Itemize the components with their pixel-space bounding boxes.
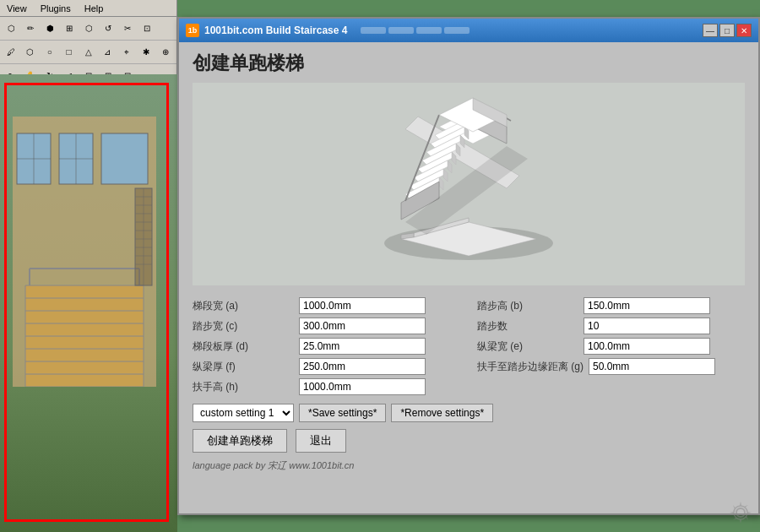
label-e: 纵梁宽 (e) [477,339,578,354]
form-grid: 梯段宽 (a) 踏步宽 (c) 梯段板厚 (d) 纵梁厚 (f) 扶手高 (h) [193,296,745,397]
gear-icon [728,500,753,525]
build-staircase-button[interactable]: 创建单跑楼梯 [193,429,287,453]
tb-btn-16[interactable]: ✱ [137,43,155,62]
tb-btn-14[interactable]: ⊿ [98,43,117,62]
sketchup-toolbar: View Plugins Help ⬡ ✏ ⬢ ⊞ ⬡ ↺ ✂ ⊡ 🖊 ⬡ ○ … [0,0,177,532]
bottom-controls: custom setting 1 *Save settings* *Remove… [193,404,745,422]
tb-btn-13[interactable]: △ [79,43,98,62]
field-row-f: 纵梁厚 (f) [193,356,460,377]
input-f[interactable] [299,358,426,375]
tb-btn-5[interactable]: ⬡ [79,19,98,38]
staircase-preview-area [193,83,745,285]
svg-marker-51 [448,160,452,173]
input-e[interactable] [584,338,710,355]
label-f: 纵梁厚 (f) [193,360,294,374]
svg-rect-3 [101,133,148,184]
tb-btn-10[interactable]: ⬡ [21,43,40,62]
field-row-steps: 踏步数 [477,316,745,336]
label-c: 踏步宽 (c) [193,319,294,334]
tb-btn-6[interactable]: ↺ [99,19,117,38]
title-bar: 1b 1001bit.com Build Staircase 4 — □ ✕ [179,19,758,42]
input-steps[interactable] [584,318,710,334]
tb-btn-3[interactable]: ⬢ [41,19,59,38]
form-column-right: 踏步高 (b) 踏步数 纵梁宽 (e) 扶手至踏步边缘距离 (g) [477,296,745,397]
footer-text: language pack by 宋辽 www.1001bit.cn [193,459,745,472]
field-row-h: 扶手高 (h) [193,377,460,397]
toolbar-row-2: 🖊 ⬡ ○ □ △ ⊿ ⌖ ✱ ⊕ [0,41,176,64]
tb-btn-7[interactable]: ✂ [118,19,137,38]
dialog-title: 创建单跑楼梯 [193,51,745,76]
menu-view[interactable]: View [3,3,30,14]
menu-bar: View Plugins Help [0,0,176,17]
field-row-c: 踏步宽 (c) [193,316,460,336]
svg-point-62 [736,508,745,517]
tb-btn-8[interactable]: ⊡ [138,19,156,38]
exit-button[interactable]: 退出 [296,429,346,453]
menu-help[interactable]: Help [81,3,107,14]
label-h: 扶手高 (h) [193,380,294,394]
minimize-button[interactable]: — [703,24,718,37]
save-settings-button[interactable]: *Save settings* [299,404,386,422]
menu-plugins[interactable]: Plugins [37,3,74,14]
input-d[interactable] [299,338,426,355]
tb-btn-12[interactable]: □ [60,43,79,62]
svg-marker-53 [439,177,443,190]
label-g: 扶手至踏步边缘距离 (g) [477,360,584,374]
staircase-3d-preview [350,91,587,277]
tb-btn-17[interactable]: ⊕ [156,43,175,62]
label-steps: 踏步数 [477,319,578,334]
label-a: 梯段宽 (a) [193,299,294,313]
field-row-b: 踏步高 (b) [477,296,745,316]
label-d: 梯段板厚 (d) [193,339,294,354]
field-row-e: 纵梁宽 (e) [477,336,745,356]
tb-btn-9[interactable]: 🖊 [2,43,20,62]
dialog-window: 1b 1001bit.com Build Staircase 4 — □ ✕ 创… [177,17,760,515]
input-b[interactable] [584,297,710,314]
tb-btn-11[interactable]: ○ [41,43,59,62]
input-a[interactable] [299,297,426,314]
tb-btn-15[interactable]: ⌖ [117,43,136,62]
viewport [0,74,177,532]
tb-btn-1[interactable]: ⬡ [2,19,20,38]
dialog-body: 创建单跑楼梯 [179,42,758,513]
form-column-left: 梯段宽 (a) 踏步宽 (c) 梯段板厚 (d) 纵梁厚 (f) 扶手高 (h) [193,296,460,397]
field-row-d: 梯段板厚 (d) [193,336,460,356]
viewport-content [0,74,177,532]
custom-setting-dropdown[interactable]: custom setting 1 [193,404,294,422]
input-h[interactable] [299,378,426,395]
title-bar-controls: — □ ✕ [703,24,752,37]
label-b: 踏步高 (b) [477,299,578,313]
toolbar-row-1: ⬡ ✏ ⬢ ⊞ ⬡ ↺ ✂ ⊡ [0,17,176,41]
remove-settings-button[interactable]: *Remove settings* [391,404,493,422]
tb-btn-2[interactable]: ✏ [21,19,40,38]
main-buttons: 创建单跑楼梯 退出 [193,429,745,453]
input-g[interactable] [589,358,715,375]
field-row-a: 梯段宽 (a) [193,296,460,316]
svg-marker-52 [443,169,448,182]
title-blur-area [361,27,470,34]
field-row-g: 扶手至踏步边缘距离 (g) [477,356,745,377]
app-icon: 1b [186,24,199,37]
title-bar-left: 1b 1001bit.com Build Staircase 4 [186,24,470,37]
tb-btn-4[interactable]: ⊞ [60,19,79,38]
input-c[interactable] [299,318,426,334]
maximize-button[interactable]: □ [719,24,735,37]
window-title: 1001bit.com Build Staircase 4 [204,24,347,36]
staircase-left-preview [8,117,160,387]
close-button[interactable]: ✕ [736,24,752,37]
